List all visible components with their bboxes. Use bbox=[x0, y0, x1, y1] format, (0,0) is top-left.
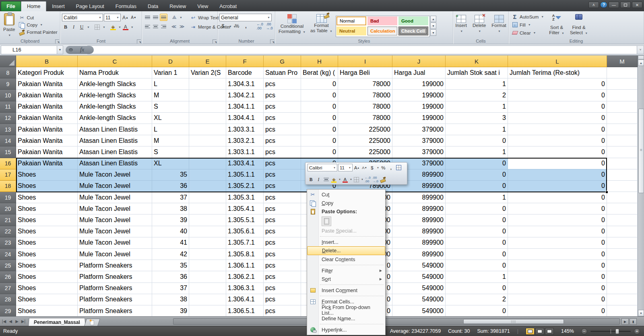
cell-E10[interactable] bbox=[189, 90, 226, 101]
cell-L8[interactable]: Jumlah Terima (Re-stok) bbox=[508, 67, 607, 78]
cell-M20[interactable] bbox=[607, 203, 638, 214]
cell-E11[interactable] bbox=[189, 101, 226, 113]
page-layout-view-icon[interactable] bbox=[535, 328, 544, 335]
cell-D17[interactable]: 35 bbox=[152, 169, 189, 181]
cell-E25[interactable] bbox=[189, 260, 226, 271]
cell-M29[interactable] bbox=[607, 305, 638, 316]
cell-L24[interactable]: 0 bbox=[508, 249, 607, 260]
mini-percent-button[interactable]: % bbox=[380, 164, 387, 171]
cell-C26[interactable]: Platform Sneakers bbox=[78, 271, 152, 282]
cell-J26[interactable]: 549000 bbox=[392, 271, 446, 282]
align-left-button[interactable] bbox=[144, 23, 151, 30]
cell-C17[interactable]: Mule Tacon Jewel bbox=[78, 169, 152, 181]
cell-D23[interactable]: 41 bbox=[152, 237, 189, 249]
cell-B8[interactable]: Kategori Produk bbox=[16, 67, 78, 78]
vertical-scrollbar[interactable]: ▲ ▼ bbox=[638, 56, 644, 316]
cell-D10[interactable]: M bbox=[152, 90, 189, 101]
cell-J13[interactable]: 379000 bbox=[392, 124, 446, 135]
mini-bold-button[interactable]: B bbox=[308, 176, 314, 183]
cell-F18[interactable]: 1.305.2.1 bbox=[226, 181, 264, 192]
context-menu-item-cut[interactable]: ✂Cut bbox=[307, 190, 385, 199]
percent-style-button[interactable]: % bbox=[233, 23, 241, 30]
cell-F22[interactable]: 1.305.6.1 bbox=[226, 226, 264, 237]
styles-scroll-down-icon[interactable]: ▼ bbox=[430, 23, 436, 29]
column-header-D[interactable]: D bbox=[152, 56, 189, 67]
cell-L23[interactable]: 0 bbox=[508, 237, 607, 249]
cell-E12[interactable] bbox=[189, 113, 226, 124]
cell-H13[interactable]: 0 bbox=[301, 124, 338, 135]
cell-E23[interactable] bbox=[189, 237, 226, 249]
row-header-12[interactable]: 12 bbox=[0, 113, 16, 124]
sort-filter-button[interactable]: AZ Sort &Filter ▼ bbox=[547, 13, 566, 36]
cell-C15[interactable]: Atasan Linen Elastis bbox=[78, 146, 152, 158]
cell-L22[interactable]: 0 bbox=[508, 226, 607, 237]
cell-G25[interactable]: pcs bbox=[264, 260, 301, 271]
row-header-11[interactable]: 11 bbox=[0, 101, 16, 113]
expand-formula-bar-icon[interactable]: ˅ bbox=[637, 45, 644, 54]
cell-C28[interactable]: Platform Sneakers bbox=[78, 294, 152, 305]
selection-fill-handle[interactable] bbox=[605, 191, 608, 194]
column-header-L[interactable]: L bbox=[508, 56, 607, 67]
decrease-indent-button[interactable]: ≪ bbox=[170, 23, 178, 30]
cell-F19[interactable]: 1.305.3.1 bbox=[226, 192, 264, 203]
cell-M25[interactable] bbox=[607, 260, 638, 271]
sheet-tab-active[interactable]: Penerimaan_Massal bbox=[28, 318, 85, 326]
cell-K28[interactable]: 2 bbox=[446, 294, 508, 305]
cell-M19[interactable] bbox=[607, 192, 638, 203]
cell-B15[interactable]: Pakaian Wanita bbox=[16, 146, 78, 158]
cell-B14[interactable]: Pakaian Wanita bbox=[16, 135, 78, 146]
fill-color-button[interactable]: ◈ bbox=[109, 23, 117, 31]
insert-cells-button[interactable]: ＋ Insert▼ bbox=[454, 14, 469, 34]
grow-font-button[interactable]: A▲ bbox=[122, 14, 129, 21]
file-tab[interactable]: File bbox=[1, 1, 21, 11]
cell-K11[interactable]: 1 bbox=[446, 101, 508, 113]
cell-J8[interactable]: Harga Jual bbox=[392, 67, 446, 78]
context-menu-item-filter[interactable]: Filter▶ bbox=[307, 266, 385, 275]
cell-C8[interactable]: Nama Produk bbox=[78, 67, 152, 78]
format-painter-button[interactable]: Format Painter bbox=[17, 29, 58, 35]
mini-borders-button[interactable] bbox=[353, 176, 360, 183]
tab-formulas[interactable]: Formulas bbox=[110, 1, 142, 11]
cell-F28[interactable]: 1.306.4.1 bbox=[226, 294, 264, 305]
row-header-28[interactable]: 28 bbox=[0, 294, 16, 305]
cell-D12[interactable]: XL bbox=[152, 113, 189, 124]
tab-acrobat[interactable]: Acrobat bbox=[214, 1, 242, 11]
cell-style-calculation[interactable]: Calculation bbox=[367, 27, 397, 35]
zoom-in-icon[interactable]: + bbox=[634, 328, 640, 334]
last-sheet-icon[interactable]: ▶| bbox=[21, 319, 26, 324]
cell-M18[interactable] bbox=[607, 181, 638, 192]
cell-E22[interactable] bbox=[189, 226, 226, 237]
cell-C24[interactable]: Mule Tacon Jewel bbox=[78, 249, 152, 260]
shrink-font-button[interactable]: A▼ bbox=[130, 14, 137, 21]
cell-J23[interactable]: 899900 bbox=[392, 237, 446, 249]
formula-input[interactable]: 0 bbox=[87, 45, 637, 54]
cell-J21[interactable]: 899900 bbox=[392, 214, 446, 226]
cell-K12[interactable]: 3 bbox=[446, 113, 508, 124]
cell-L9[interactable]: 0 bbox=[508, 78, 607, 90]
cell-D9[interactable]: L bbox=[152, 78, 189, 90]
row-header-9[interactable]: 9 bbox=[0, 78, 16, 90]
cell-L29[interactable]: 0 bbox=[508, 305, 607, 316]
name-box-dropdown-icon[interactable]: ▼ bbox=[57, 45, 63, 54]
cell-B24[interactable]: Shoes bbox=[16, 249, 78, 260]
delete-cells-button[interactable]: ✕ Delete▼ bbox=[471, 14, 487, 34]
borders-button[interactable] bbox=[94, 23, 101, 31]
cell-G22[interactable]: pcs bbox=[264, 226, 301, 237]
row-header-15[interactable]: 15 bbox=[0, 146, 16, 158]
cell-K15[interactable]: 1 bbox=[446, 146, 508, 158]
cell-C20[interactable]: Mule Tacon Jewel bbox=[78, 203, 152, 214]
increase-decimal-button[interactable]: ←.0.00 bbox=[256, 23, 264, 30]
cell-B9[interactable]: Pakaian Wanita bbox=[16, 78, 78, 90]
help-icon[interactable]: ? bbox=[600, 2, 607, 8]
cell-B16[interactable]: Pakaian Wanita bbox=[16, 158, 78, 169]
cell-J22[interactable]: 899900 bbox=[392, 226, 446, 237]
scroll-down-icon[interactable]: ▼ bbox=[638, 310, 644, 316]
cell-K9[interactable]: 1 bbox=[446, 78, 508, 90]
cell-D24[interactable]: 42 bbox=[152, 249, 189, 260]
underline-button[interactable]: U bbox=[78, 23, 85, 31]
cell-D14[interactable]: M bbox=[152, 135, 189, 146]
cell-D8[interactable]: Varian 1 bbox=[152, 67, 189, 78]
format-as-table-button[interactable]: Formatas Table ▼ bbox=[309, 13, 334, 34]
zoom-thumb[interactable] bbox=[615, 329, 619, 334]
ribbon-collapse-icon[interactable]: ˄ bbox=[588, 2, 599, 8]
